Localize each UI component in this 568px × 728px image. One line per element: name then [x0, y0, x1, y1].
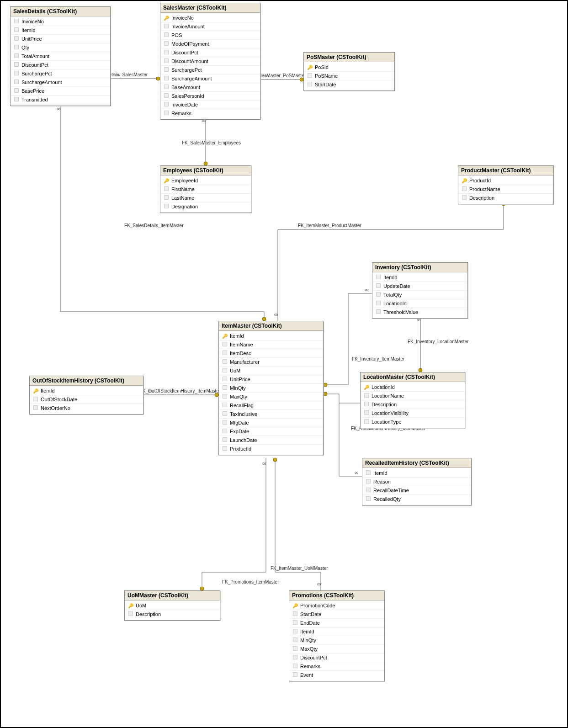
column[interactable]: LaunchDate	[219, 436, 323, 445]
column[interactable]: DiscountPct	[11, 61, 110, 69]
column[interactable]: ItemDesc	[219, 349, 323, 358]
column[interactable]: MinQty	[289, 636, 384, 645]
table-posmaster[interactable]: PoSMaster (CSToolKit)PoSIdPoSNameStartDa…	[303, 52, 395, 91]
column[interactable]: StartDate	[289, 610, 384, 619]
column[interactable]: ExpDate	[219, 427, 323, 436]
column[interactable]: SurchargePct	[11, 69, 110, 78]
column[interactable]: Remarks	[289, 662, 384, 671]
column-pk[interactable]: ItemId	[30, 387, 143, 395]
column-pk[interactable]: PoSId	[304, 63, 394, 72]
column[interactable]: NextOrderNo	[30, 404, 143, 412]
column[interactable]: LocationVisibility	[361, 409, 465, 418]
table-employees[interactable]: Employees (CSToolKit)EmployeeIdFirstName…	[160, 165, 251, 213]
column[interactable]: ItemId	[11, 26, 110, 35]
column[interactable]: LocationId	[372, 299, 467, 308]
column[interactable]: Remarks	[160, 109, 260, 117]
table-title[interactable]: ItemMaster (CSToolKit)	[219, 321, 323, 331]
column[interactable]: TaxInclusive	[219, 410, 323, 419]
column[interactable]: UoM	[219, 367, 323, 375]
column[interactable]: DiscountAmount	[160, 57, 260, 66]
column[interactable]: OutOfStockDate	[30, 395, 143, 404]
table-title[interactable]: PoSMaster (CSToolKit)	[304, 53, 394, 62]
column-pk[interactable]: EmployeeId	[160, 176, 251, 185]
column-pk[interactable]: LocationId	[361, 383, 465, 392]
table-title[interactable]: Employees (CSToolKit)	[160, 166, 251, 175]
table-title[interactable]: Inventory (CSToolKit)	[372, 263, 467, 272]
table-itemmaster[interactable]: ItemMaster (CSToolKit)ItemIdItemNameItem…	[218, 321, 324, 455]
column[interactable]: ProductName	[458, 185, 553, 194]
column[interactable]: SalesPersonId	[160, 92, 260, 101]
column[interactable]: ItemId	[362, 469, 471, 478]
column[interactable]: BasePrice	[11, 87, 110, 96]
column[interactable]: Reason	[362, 478, 471, 486]
column[interactable]: ThresholdValue	[372, 308, 467, 316]
column[interactable]: ProductId	[219, 445, 323, 453]
column[interactable]: LocationType	[361, 418, 465, 426]
db-diagram-canvas[interactable]: ∞ ∞ ∞ ∞ ∞ ∞ ∞ ∞ ∞ ∞	[0, 0, 568, 728]
table-inventory[interactable]: Inventory (CSToolKit)ItemIdUpdateDateTot…	[372, 262, 468, 319]
table-locationmaster[interactable]: LocationMaster (CSToolKit)LocationIdLoca…	[360, 372, 465, 428]
column[interactable]: MaxQty	[289, 645, 384, 654]
table-title[interactable]: ProductMaster (CSToolKit)	[458, 166, 553, 175]
column[interactable]: MfgDate	[219, 419, 323, 427]
column-pk[interactable]: UoM	[125, 601, 220, 610]
column[interactable]: TotalAmount	[11, 52, 110, 61]
column-pk[interactable]: PromotionCode	[289, 601, 384, 610]
column[interactable]: PoSName	[304, 72, 394, 80]
column[interactable]: LastName	[160, 194, 251, 202]
column[interactable]: SurchargeAmount	[160, 74, 260, 83]
column[interactable]: ModeOfPayment	[160, 40, 260, 48]
column[interactable]: DiscountPct	[289, 654, 384, 662]
table-recalleditemhistory[interactable]: RecalledItemHistory (CSToolKit)ItemIdRea…	[362, 458, 472, 505]
table-title[interactable]: SalesMaster (CSToolKit)	[160, 3, 260, 13]
column[interactable]: EndDate	[289, 619, 384, 627]
column[interactable]: InvoiceAmount	[160, 22, 260, 31]
column[interactable]: UnitPrice	[219, 375, 323, 384]
svg-point-10	[324, 383, 327, 387]
column[interactable]: RecallFlag	[219, 401, 323, 410]
column[interactable]: POS	[160, 31, 260, 40]
column[interactable]: Designation	[160, 202, 251, 211]
column[interactable]: InvoiceNo	[11, 17, 110, 26]
column[interactable]: StartDate	[304, 80, 394, 89]
column[interactable]: RecallDateTime	[362, 486, 471, 495]
column[interactable]: MaxQty	[219, 393, 323, 401]
column[interactable]: LocationName	[361, 392, 465, 400]
table-outofstockitemhistory[interactable]: OutOfStockItemHistory (CSToolKit)ItemIdO…	[29, 376, 143, 414]
column[interactable]: Event	[289, 671, 384, 679]
column[interactable]: InvoiceDate	[160, 101, 260, 109]
column[interactable]: ItemId	[372, 273, 467, 282]
column[interactable]: Description	[125, 610, 220, 618]
table-promotions[interactable]: Promotions (CSToolKit)PromotionCodeStart…	[289, 590, 385, 681]
column[interactable]: UnitPrice	[11, 35, 110, 43]
table-title[interactable]: Promotions (CSToolKit)	[289, 591, 384, 600]
column[interactable]: DiscountPct	[160, 48, 260, 57]
table-title[interactable]: LocationMaster (CSToolKit)	[361, 372, 465, 382]
column[interactable]: SurchargePct	[160, 66, 260, 74]
table-title[interactable]: RecalledItemHistory (CSToolKit)	[362, 458, 471, 468]
column[interactable]: ItemId	[289, 627, 384, 636]
table-productmaster[interactable]: ProductMaster (CSToolKit)ProductIdProduc…	[458, 165, 554, 204]
column-pk[interactable]: ProductId	[458, 176, 553, 185]
column[interactable]: TotalQty	[372, 291, 467, 299]
column[interactable]: UpdateDate	[372, 282, 467, 291]
table-title[interactable]: SalesDetails (CSToolKit)	[11, 7, 110, 16]
column[interactable]: ItemName	[219, 340, 323, 349]
table-salesdetails[interactable]: SalesDetails (CSToolKit)InvoiceNoItemIdU…	[10, 6, 111, 106]
column[interactable]: Transmitted	[11, 96, 110, 104]
column-pk[interactable]: ItemId	[219, 332, 323, 340]
column[interactable]: MinQty	[219, 384, 323, 393]
table-uommaster[interactable]: UoMMaster (CSToolKit)UoMDescription	[124, 590, 220, 621]
column[interactable]: BaseAmount	[160, 83, 260, 92]
table-title[interactable]: OutOfStockItemHistory (CSToolKit)	[30, 376, 143, 386]
column[interactable]: FirstName	[160, 185, 251, 194]
table-salesmaster[interactable]: SalesMaster (CSToolKit)InvoiceNoInvoiceA…	[160, 3, 260, 120]
column-pk[interactable]: InvoiceNo	[160, 14, 260, 22]
column[interactable]: Qty	[11, 43, 110, 52]
table-title[interactable]: UoMMaster (CSToolKit)	[125, 591, 220, 600]
column[interactable]: RecalledQty	[362, 495, 471, 503]
column[interactable]: Description	[458, 194, 553, 202]
column[interactable]: SurchargeAmount	[11, 78, 110, 87]
column[interactable]: Manufacturer	[219, 358, 323, 367]
column[interactable]: Description	[361, 400, 465, 409]
